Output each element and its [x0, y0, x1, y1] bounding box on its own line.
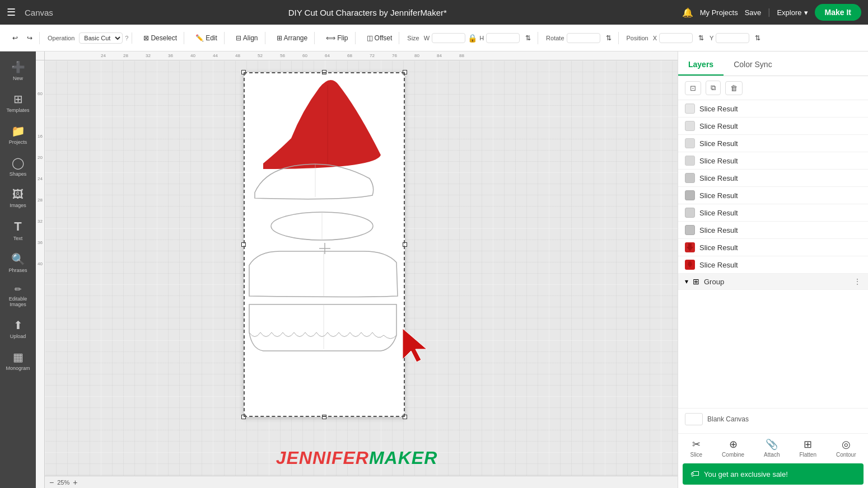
sidebar-item-new[interactable]: ➕ New: [2, 56, 34, 86]
menu-icon[interactable]: ☰: [7, 6, 16, 18]
tab-color-sync[interactable]: Color Sync: [724, 54, 782, 76]
selection-handle-ml: [241, 242, 246, 247]
zoom-bar: − 25% +: [45, 476, 678, 488]
tab-layers[interactable]: Layers: [678, 54, 724, 76]
white-band-shape: [249, 159, 378, 201]
sale-banner[interactable]: 🏷 You get an exclusive sale!: [683, 463, 864, 485]
group-more-icon[interactable]: ⋮: [853, 277, 861, 286]
body-lower-shape: [246, 302, 400, 352]
height-input[interactable]: 37.88: [486, 33, 520, 43]
layer-color-swatch[interactable]: [685, 138, 695, 148]
layer-item[interactable]: Slice Result: [678, 204, 868, 222]
edit-button[interactable]: ✏️ Edit: [192, 32, 221, 44]
undo-button[interactable]: ↩: [9, 32, 21, 44]
rotate-input[interactable]: 0: [567, 33, 600, 43]
duplicate-button[interactable]: ⧉: [706, 81, 721, 95]
redo-button[interactable]: ↪: [24, 32, 36, 44]
layer-color-swatch[interactable]: [685, 173, 695, 183]
deselect-group: ⊠ Deselect: [137, 32, 184, 44]
offset-button[interactable]: ◫ Offset: [363, 32, 396, 44]
layer-name: Slice Result: [699, 226, 861, 234]
zoom-out-button[interactable]: −: [49, 478, 54, 487]
canvas-work-area[interactable]: [243, 72, 405, 417]
layer-name: Slice Result: [699, 243, 861, 252]
zoom-in-button[interactable]: +: [73, 478, 77, 487]
notification-bell-icon[interactable]: 🔔: [682, 7, 693, 18]
sidebar-item-projects[interactable]: 📁 Projects: [2, 120, 34, 149]
ruler-top: 24 28 32 36 40 44 48 52 56 60 64 68 72 7…: [45, 51, 678, 60]
sidebar-item-text[interactable]: T Text: [2, 215, 34, 246]
monogram-icon: ▦: [13, 350, 24, 364]
sidebar-item-editable-images[interactable]: ✏ Editable Images: [2, 280, 34, 312]
operation-select[interactable]: Basic Cut: [79, 32, 123, 44]
y-arrows[interactable]: ⇅: [752, 32, 764, 44]
layer-color-swatch[interactable]: [685, 208, 695, 218]
width-input[interactable]: 17.234: [432, 33, 465, 43]
sidebar-item-label-editable-images: Editable Images: [4, 296, 31, 307]
layer-color-swatch[interactable]: [685, 121, 695, 131]
select-all-button[interactable]: ⊡: [685, 81, 701, 95]
x-input[interactable]: 45.324: [659, 33, 693, 43]
layer-color-swatch[interactable]: [685, 156, 695, 166]
combine-action[interactable]: ⊕ Combine: [722, 438, 744, 458]
layer-item[interactable]: Slice Result: [678, 152, 868, 170]
layer-color-swatch[interactable]: [685, 104, 695, 114]
layer-item[interactable]: Slice Result: [678, 222, 868, 239]
delete-button[interactable]: 🗑: [725, 81, 743, 95]
save-link[interactable]: Save: [745, 8, 762, 17]
main-content: ➕ New ⊞ Templates 📁 Projects ◯ Shapes 🖼 …: [0, 51, 868, 488]
layer-item[interactable]: Slice Result: [678, 187, 868, 204]
sidebar-item-phrases[interactable]: 🔍 Phrases: [2, 248, 34, 278]
sidebar-item-shapes[interactable]: ◯ Shapes: [2, 152, 34, 181]
flip-button[interactable]: ⟺ Flip: [323, 32, 351, 44]
make-it-button[interactable]: Make It: [815, 4, 861, 21]
brand-maker: MAKER: [369, 448, 437, 468]
canvas-area[interactable]: 24 28 32 36 40 44 48 52 56 60 64 68 72 7…: [36, 51, 678, 488]
layer-item[interactable]: Slice Result: [678, 256, 868, 274]
layer-name: Slice Result: [699, 209, 861, 217]
flip-icon: ⟺: [326, 34, 335, 42]
layer-name: Slice Result: [699, 105, 861, 113]
blank-canvas-row: Blank Canvas: [685, 413, 861, 425]
contour-action[interactable]: ◎ Contour: [836, 438, 856, 458]
sidebar-item-upload[interactable]: ⬆ Upload: [2, 314, 34, 344]
arrange-button[interactable]: ⊞ Arrange: [273, 32, 311, 44]
rotate-arrows[interactable]: ⇅: [603, 32, 615, 44]
sidebar-item-templates[interactable]: ⊞ Templates: [2, 88, 34, 118]
layer-color-swatch[interactable]: [685, 190, 695, 200]
layer-item[interactable]: Slice Result: [678, 100, 868, 118]
sidebar-item-label-templates: Templates: [6, 107, 29, 113]
shapes-icon: ◯: [12, 156, 24, 170]
layer-color-swatch[interactable]: [685, 260, 695, 270]
attach-label: Attach: [764, 452, 780, 458]
slice-action[interactable]: ✂ Slice: [690, 438, 702, 458]
x-arrows[interactable]: ⇅: [695, 32, 707, 44]
group-expand-icon[interactable]: ▾: [685, 278, 688, 285]
layer-item[interactable]: Slice Result: [678, 135, 868, 152]
separator: |: [768, 7, 770, 17]
offset-icon: ◫: [367, 34, 373, 42]
align-button[interactable]: ⊟ Align: [232, 32, 262, 44]
selection-handle-bl: [241, 415, 246, 419]
sidebar-item-monogram[interactable]: ▦ Monogram: [2, 346, 34, 376]
attach-action[interactable]: 📎 Attach: [764, 438, 780, 458]
y-input[interactable]: 2.722: [716, 33, 749, 43]
selection-handle-mr: [403, 242, 407, 247]
layer-group[interactable]: ▾ ⊞ Group ⋮: [678, 274, 868, 290]
deselect-button[interactable]: ⊠ Deselect: [140, 32, 180, 44]
layer-item[interactable]: Slice Result: [678, 118, 868, 135]
sidebar-item-images[interactable]: 🖼 Images: [2, 184, 34, 213]
help-icon[interactable]: ?: [125, 35, 128, 41]
flatten-action[interactable]: ⊞ Flatten: [799, 438, 816, 458]
blank-canvas-swatch[interactable]: [685, 413, 703, 425]
height-arrows[interactable]: ⇅: [522, 32, 534, 44]
layer-item[interactable]: Slice Result: [678, 170, 868, 187]
layer-name: Slice Result: [699, 157, 861, 165]
my-projects-link[interactable]: My Projects: [700, 8, 738, 17]
layer-color-swatch[interactable]: [685, 242, 695, 252]
layer-color-swatch[interactable]: [685, 225, 695, 235]
lock-icon[interactable]: 🔒: [468, 34, 477, 43]
layer-item[interactable]: Slice Result: [678, 239, 868, 256]
explore-dropdown[interactable]: Explore ▾: [777, 8, 808, 17]
projects-icon: 📁: [11, 124, 25, 138]
